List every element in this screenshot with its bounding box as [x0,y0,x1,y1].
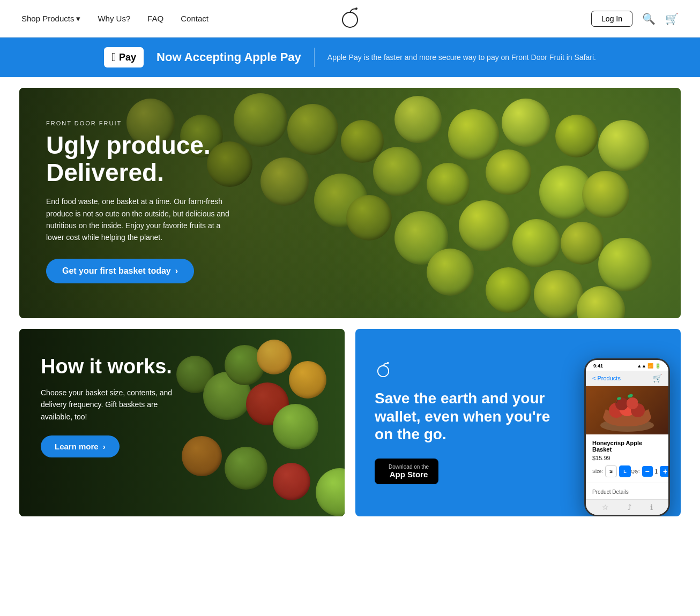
arrow-right-icon: › [103,442,106,451]
login-button[interactable]: Log In [591,11,632,27]
apple-logo-icon:  [111,50,116,64]
appstore-big-label: App Store [389,470,429,479]
arrow-right-icon: › [175,266,178,276]
phone-cart-icon[interactable]: 🛒 [653,374,662,382]
how-it-works-description: Choose your basket size, contents, and d… [41,387,191,423]
svg-point-0 [342,12,358,27]
hero-eyebrow: FRONT DOOR FRUIT [46,120,239,126]
phone-qty-selector: Qty: − 1 + [631,466,670,477]
hero-content: FRONT DOOR FRUIT Ugly produce. Delivered… [19,88,266,315]
phone-qty-value: 1 [655,469,658,475]
phone-nav-bar: < Products 🛒 [586,371,668,386]
phone-product-price: $15.99 [592,455,662,461]
cart-icon[interactable]: 🛒 [665,12,679,25]
phone-product-image [586,386,668,434]
site-logo[interactable] [338,6,362,32]
apple-pay-description: Apple Pay is the faster and more secure … [327,53,596,62]
how-it-works-title: How it works. [41,356,323,378]
nav-right: Log In 🔍 🛒 [591,11,679,27]
phone-sizes: S L [605,465,631,477]
phone-size-s[interactable]: S [605,465,617,477]
svg-point-1 [355,7,358,10]
phone-qty-minus[interactable]: − [642,466,653,477]
phone-status-bar: 9:41 ▲▲ 📶 🔋 [586,360,668,371]
bottom-grid: How it works. Choose your basket size, c… [19,329,681,516]
chevron-down-icon: ▾ [76,14,80,24]
phone-star-icon: ☆ [602,503,609,512]
app-content: Save the earth and your wallet, even whe… [355,329,579,516]
search-icon[interactable]: 🔍 [642,12,656,25]
banner-divider [314,48,315,67]
nav-shop-products[interactable]: Shop Products ▾ [21,14,80,24]
how-it-works-cta-button[interactable]: Learn more › [41,435,120,457]
qty-label: Qty: [631,469,640,474]
apple-pay-badge-label: Pay [119,52,136,63]
hero-cta-button[interactable]: Get your first basket today › [46,259,194,283]
phone-signal-icons: ▲▲ 📶 🔋 [637,363,661,369]
phone-mockup: 9:41 ▲▲ 📶 🔋 < Products 🛒 [579,329,681,516]
hero-section: FRONT DOOR FRUIT Ugly produce. Delivered… [19,88,681,318]
app-title: Save the earth and your wallet, even whe… [375,389,560,444]
app-store-button[interactable]: Download on the App Store [375,459,438,484]
size-label: Size: [592,469,603,474]
apple-pay-badge:  Pay [104,47,144,67]
apple-pay-title: Now Accepting Apple Pay [157,50,301,64]
phone-device: 9:41 ▲▲ 📶 🔋 < Products 🛒 [584,358,670,516]
phone-qty-plus[interactable]: + [660,466,670,477]
phone-product-info: Honeycrisp Apple Basket $15.99 Size: S L [586,434,668,483]
phone-share-icon: ⤴ [628,503,631,512]
phone-size-l[interactable]: L [619,465,631,477]
nav-left: Shop Products ▾ Why Us? FAQ Contact [21,14,208,24]
phone-quantity: − 1 + [642,466,670,477]
how-it-works-content: How it works. Choose your basket size, c… [19,329,345,484]
phone-product-details-bar: Product Details [586,483,668,499]
phone-details-label: Product Details [592,489,629,495]
phone-time: 9:41 [593,363,603,369]
svg-point-3 [387,362,389,364]
phone-product-name: Honeycrisp Apple Basket [592,440,662,453]
appstore-small-label: Download on the [389,464,429,470]
nav-faq[interactable]: FAQ [147,14,163,23]
phone-bottom-bar: ☆ ⤴ ℹ [586,499,668,515]
phone-size-selector: Size: S L [592,465,631,477]
app-logo-icon [375,361,560,382]
app-section-card: Save the earth and your wallet, even whe… [355,329,681,516]
nav-contact[interactable]: Contact [181,14,208,23]
main-nav: Shop Products ▾ Why Us? FAQ Contact Log … [0,0,700,37]
phone-info-icon: ℹ [650,503,653,512]
phone-size-qty-row: Size: S L Qty: − 1 [592,465,662,477]
phone-back-button[interactable]: < Products [592,375,621,381]
phone-screen: 9:41 ▲▲ 📶 🔋 < Products 🛒 [586,360,668,515]
nav-why-us[interactable]: Why Us? [98,14,130,23]
hero-description: End food waste, one basket at a time. Ou… [46,196,239,244]
svg-point-9 [627,397,638,409]
svg-point-2 [378,366,389,377]
hero-title: Ugly produce. Delivered. [46,132,239,186]
apple-pay-banner:  Pay Now Accepting Apple Pay Apple Pay … [0,37,700,77]
how-it-works-card: How it works. Choose your basket size, c… [19,329,345,516]
